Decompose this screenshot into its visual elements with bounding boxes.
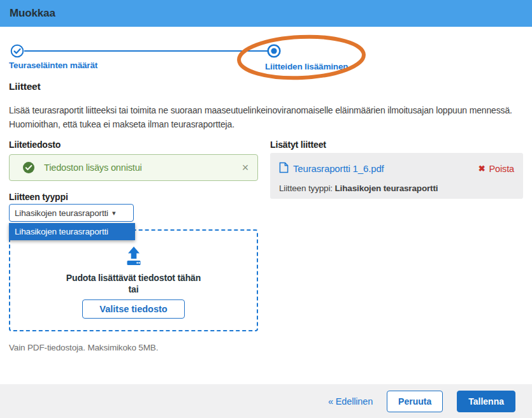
step-label-teuraselainten-maarat[interactable]: Teuraseläinten määrät — [9, 61, 97, 70]
upload-icon — [122, 246, 145, 269]
section-title: Liitteet — [9, 81, 41, 92]
select-option-list: Lihasikojen teurasraportti — [9, 223, 135, 240]
file-field-label: Liitetiedosto — [9, 140, 61, 150]
upload-success-alert: Tiedoston lisäys onnistui × — [9, 154, 258, 181]
cancel-button[interactable]: Peruuta — [387, 391, 443, 412]
attachment-filename: Teurasraportti 1_6.pdf — [293, 163, 384, 174]
select-option[interactable]: Lihasikojen teurasraportti — [9, 223, 135, 240]
success-check-icon — [22, 161, 35, 174]
added-attachments-title: Lisätyt liitteet — [270, 140, 326, 150]
alert-close-icon[interactable]: × — [241, 161, 250, 175]
remove-attachment-button[interactable]: ✖ Poista — [478, 164, 514, 174]
attachment-file-link[interactable]: Teurasraportti 1_6.pdf — [279, 162, 478, 175]
step-current-radio-icon[interactable] — [267, 44, 281, 58]
section-description: Lisää teurasraportit liitteeksi tai toim… — [9, 104, 524, 131]
dialog-footer: « Edellinen Peruuta Tallenna — [0, 384, 532, 418]
success-message: Tiedoston lisäys onnistui — [44, 162, 241, 173]
file-icon — [279, 162, 289, 175]
dialog-title: Muokkaa — [0, 0, 532, 27]
file-dropzone[interactable]: Pudota lisättävät tiedostot tähän tai Va… — [9, 229, 258, 331]
type-field-label: Liitteen tyyppi — [9, 192, 68, 202]
edit-dialog: Muokkaa Teuraseläinten määrät Liitteiden… — [0, 0, 532, 418]
remove-label: Poista — [489, 164, 514, 174]
file-restrictions-hint: Vain PDF-tiedostoja. Maksimikoko 5MB. — [9, 343, 158, 352]
attachment-card: Teurasraportti 1_6.pdf ✖ Poista Liitteen… — [270, 153, 523, 199]
attachment-row: Teurasraportti 1_6.pdf ✖ Poista — [279, 162, 514, 175]
previous-step-link[interactable]: « Edellinen — [328, 396, 373, 407]
step-completed-check-icon[interactable] — [10, 44, 24, 58]
dialog-header: Muokkaa — [0, 0, 532, 27]
remove-x-icon: ✖ — [478, 164, 485, 173]
chevron-down-icon: ▾ — [112, 209, 115, 217]
choose-file-button[interactable]: Valitse tiedosto — [82, 299, 184, 319]
stepper-connector — [24, 50, 268, 52]
attachment-type-value: Lihasikojen teurasraportti — [335, 184, 438, 193]
orange-annotation-ellipse — [234, 33, 368, 83]
dropzone-instruction: Pudota lisättävät tiedostot tähän — [66, 273, 201, 283]
attachment-type-select[interactable]: Lihasikojen teurasraportti ▾ — [9, 204, 134, 222]
save-button[interactable]: Tallenna — [457, 391, 515, 412]
attachment-type-row: Liitteen tyyppi: Lihasikojen teurasrapor… — [279, 184, 514, 193]
dropzone-or-text: tai — [129, 284, 139, 294]
step-label-liitteiden-lisaaminen[interactable]: Liitteiden lisääminen — [265, 62, 348, 71]
attachment-type-label: Liitteen tyyppi: — [279, 184, 333, 193]
selected-option-text: Lihasikojen teurasraportti — [15, 208, 108, 218]
